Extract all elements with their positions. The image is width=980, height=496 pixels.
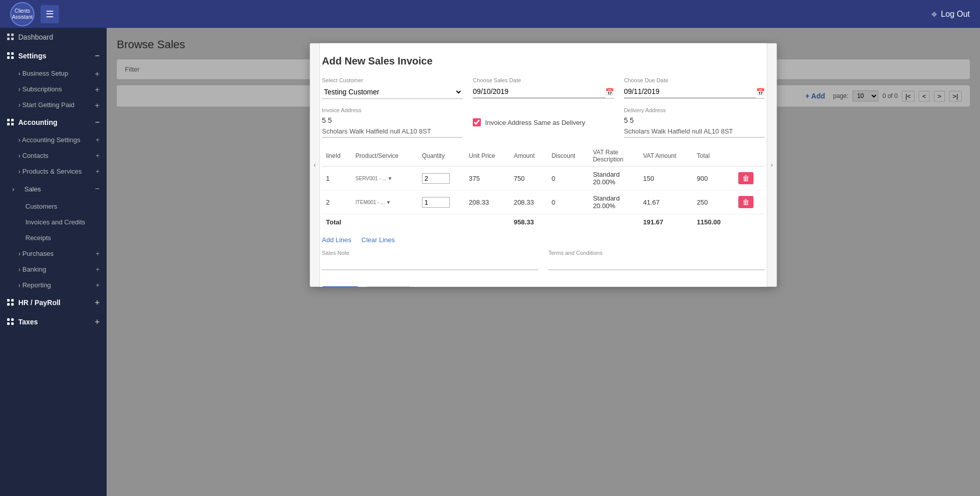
- cell-quantity-1: [418, 167, 465, 190]
- quantity-input-1[interactable]: [422, 173, 450, 184]
- hr-plus-icon: +: [95, 298, 100, 307]
- address-same-label: Invoice Address Same as Delivery: [485, 119, 585, 126]
- grid-icon-taxes: [7, 318, 14, 325]
- sidebar-item-receipts[interactable]: Receipts: [0, 230, 107, 246]
- select-customer-field: Select Customer Testing Customer: [322, 77, 463, 99]
- modal-scroll-left[interactable]: ‹: [310, 43, 320, 287]
- due-date-wrapper: 09/11/2019 📅: [624, 85, 765, 98]
- logo-badge[interactable]: Clients Assistant: [10, 2, 35, 26]
- calendar-icon-sales: 📅: [605, 88, 614, 96]
- total-actions: [734, 214, 765, 230]
- subscriptions-plus-icon: +: [95, 85, 100, 94]
- sidebar: Dashboard Settings − › Business Setup + …: [0, 28, 107, 496]
- cell-delete-1: 🗑: [734, 167, 765, 190]
- col-vat-desc: VAT RateDescription: [589, 146, 639, 167]
- grid-icon-hr: [7, 299, 14, 306]
- sidebar-item-settings[interactable]: Settings −: [0, 46, 107, 65]
- sidebar-item-accounting-settings[interactable]: › Accounting Settings +: [0, 132, 107, 148]
- grid-icon: [7, 34, 14, 41]
- cell-amount-1: 750: [510, 167, 548, 190]
- delivery-address-line1: 5 5: [624, 115, 765, 125]
- cell-delete-2: 🗑: [734, 190, 765, 214]
- terms-label: Terms and Conditions: [548, 250, 765, 256]
- total-discount: [547, 214, 589, 230]
- sidebar-item-customers[interactable]: Customers: [0, 199, 107, 214]
- modal-row-1: Select Customer Testing Customer Choose …: [322, 77, 765, 99]
- add-lines-button[interactable]: Add Lines: [322, 236, 351, 244]
- col-unit-price: Unit Price: [465, 146, 509, 167]
- total-vat-desc: [589, 214, 639, 230]
- logout-button[interactable]: ⎆ Log Out: [932, 10, 970, 19]
- sidebar-item-dashboard[interactable]: Dashboard: [0, 28, 107, 46]
- cancel-button[interactable]: Cancel: [367, 286, 410, 287]
- sales-collapse-icon: −: [95, 184, 100, 193]
- clear-lines-button[interactable]: Clear Lines: [362, 236, 395, 244]
- sales-note-input[interactable]: [322, 258, 538, 270]
- delivery-address-label: Delivery Address: [624, 107, 765, 113]
- delete-row-2-button[interactable]: 🗑: [738, 196, 754, 208]
- delivery-address-line2: Scholars Walk Hatfield null AL10 8ST: [624, 127, 765, 138]
- delivery-address-field: Delivery Address 5 5 Scholars Walk Hatfi…: [624, 107, 765, 138]
- sidebar-item-reporting[interactable]: › Reporting +: [0, 277, 107, 293]
- settings-collapse-icon: −: [95, 51, 100, 60]
- cell-unit-price-1: 375: [465, 167, 509, 190]
- product-dropdown-icon-2[interactable]: ▼: [386, 200, 391, 205]
- invoice-table: lineId Product/Service Quantity Unit Pri…: [322, 146, 765, 230]
- sidebar-item-accounting[interactable]: Accounting −: [0, 113, 107, 132]
- col-actions: [734, 146, 765, 167]
- main-content: Browse Sales Filter + Add page: 10255010…: [107, 28, 980, 496]
- invoice-address-line2: Scholars Walk Hatfield null AL10 8ST: [322, 127, 463, 138]
- sidebar-item-start-getting-paid[interactable]: › Start Getting Paid +: [0, 97, 107, 113]
- sidebar-item-products-services[interactable]: › Products & Services +: [0, 163, 107, 179]
- hamburger-button[interactable]: ☰: [41, 5, 59, 23]
- cell-discount-1: 0: [547, 167, 589, 190]
- sidebar-item-sales[interactable]: › Sales −: [0, 179, 107, 199]
- cell-vat-desc-2: Standard20.00%: [589, 190, 639, 214]
- sales-note-field: Sales Note: [322, 250, 538, 270]
- col-amount: Amount: [510, 146, 548, 167]
- top-header: Clients Assistant ☰ ⎆ Log Out: [0, 0, 980, 28]
- sidebar-item-taxes[interactable]: Taxes +: [0, 312, 107, 332]
- cell-total-1: 900: [693, 167, 734, 190]
- address-same-field: Invoice Address Same as Delivery: [473, 107, 613, 138]
- quantity-input-2[interactable]: [422, 197, 450, 208]
- table-row: 2 ITEM001 - ... ▼ 2: [322, 190, 765, 214]
- cell-product-1: SERV001 - ... ▼: [351, 167, 418, 190]
- cell-line-id-1: 1: [322, 167, 351, 190]
- sidebar-item-subscriptions[interactable]: › Subscriptions +: [0, 81, 107, 97]
- notes-row: Sales Note Terms and Conditions: [322, 250, 765, 270]
- address-same-checkbox-row: Invoice Address Same as Delivery: [473, 114, 613, 130]
- start-getting-paid-plus-icon: +: [95, 101, 100, 110]
- due-date-input[interactable]: 09/11/2019: [624, 85, 756, 98]
- cell-vat-desc-1: Standard20.00%: [589, 167, 639, 190]
- sidebar-item-purchases[interactable]: › Purchases +: [0, 246, 107, 261]
- sidebar-item-banking[interactable]: › Banking +: [0, 261, 107, 277]
- sales-date-label: Choose Sales Date: [473, 77, 613, 83]
- total-vat-amount: 191.67: [639, 214, 693, 230]
- col-vat-amount: VAT Amount: [639, 146, 693, 167]
- customer-select[interactable]: Testing Customer: [322, 85, 463, 98]
- terms-input[interactable]: [548, 258, 765, 270]
- cell-discount-2: 0: [547, 190, 589, 214]
- col-quantity: Quantity: [418, 146, 465, 167]
- calendar-icon-due: 📅: [756, 88, 765, 96]
- grid-icon-accounting: [7, 119, 14, 126]
- cell-amount-2: 208.33: [510, 190, 548, 214]
- sales-date-input[interactable]: 09/10/2019: [473, 85, 605, 98]
- delete-row-1-button[interactable]: 🗑: [738, 172, 754, 184]
- table-row: 1 SERV001 - ... ▼ 3: [322, 167, 765, 190]
- logo-area: Clients Assistant ☰: [10, 2, 59, 26]
- modal-inner: Add New Sales Invoice Select Customer Te…: [310, 43, 777, 287]
- sales-note-label: Sales Note: [322, 250, 538, 256]
- modal-scroll-right[interactable]: ›: [767, 43, 777, 287]
- sidebar-item-contacts[interactable]: › Contacts +: [0, 148, 107, 163]
- invoice-address-line1: 5 5: [322, 115, 463, 125]
- modal-row-2: Invoice Address 5 5 Scholars Walk Hatfie…: [322, 107, 765, 138]
- sidebar-item-business-setup[interactable]: › Business Setup +: [0, 65, 107, 81]
- sidebar-item-invoices-credits[interactable]: Invoices and Credits: [0, 214, 107, 230]
- address-same-checkbox[interactable]: [473, 118, 481, 126]
- business-setup-plus-icon: +: [95, 70, 100, 79]
- product-dropdown-icon-1[interactable]: ▼: [387, 176, 393, 181]
- sidebar-item-hr-payroll[interactable]: HR / PayRoll +: [0, 293, 107, 312]
- save-button[interactable]: Save: [322, 286, 358, 287]
